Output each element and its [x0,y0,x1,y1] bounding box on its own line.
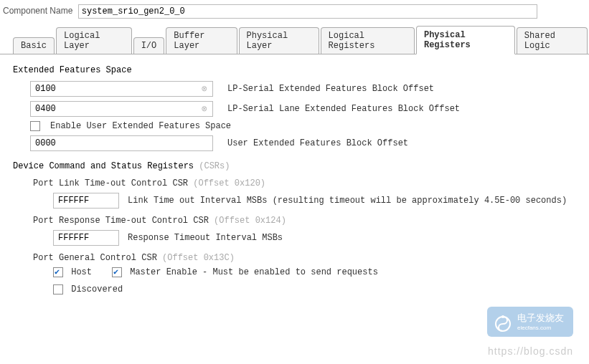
svg-rect-0 [487,307,573,337]
tab-physical-registers[interactable]: Physical Registers [416,26,515,54]
link-timeout-desc: Link Time out Interval MSBs (resulting t… [128,196,567,206]
physical-registers-pane: Extended Features Space ⊗ LP-Serial Exte… [0,54,589,309]
tab-basic[interactable]: Basic [13,37,55,54]
lp-serial-lane-offset-label: LP-Serial Lane Extended Features Block O… [227,104,460,114]
host-checkbox[interactable] [53,267,63,277]
response-timeout-desc: Response Timeout Interval MSBs [128,233,283,243]
link-timeout-input[interactable] [53,193,119,209]
port-link-csr-label: Port Link Time-out Control CSR (Offset 0… [33,178,576,188]
port-response-csr-label: Port Response Time-out Control CSR (Offs… [33,216,576,226]
port-general-csr-label: Port General Control CSR (Offset 0x13C) [33,253,576,263]
host-label: Host [71,267,92,277]
lp-serial-lane-offset-input[interactable] [30,101,213,117]
tab-io[interactable]: I/O [133,37,165,54]
svg-text:电子发烧友: 电子发烧友 [517,312,564,323]
lp-serial-offset-label: LP-Serial Extended Features Block Offset [227,84,434,94]
tab-bar: Basic Logical Layer I/O Buffer Layer Phy… [0,25,589,54]
enable-user-ext-checkbox[interactable] [30,121,40,131]
response-timeout-input[interactable] [53,230,119,246]
csrs-title: Device Command and Status Registers (CSR… [13,161,576,171]
enable-user-ext-label: Enable User Extended Features Space [50,121,231,131]
master-enable-label: Master Enable - Must be enabled to send … [130,267,378,277]
discovered-label: Discovered [71,284,123,294]
master-enable-checkbox[interactable] [112,267,122,277]
svg-point-2 [501,315,504,318]
tab-logical-registers[interactable]: Logical Registers [321,27,415,54]
component-name-input[interactable] [78,4,537,19]
user-ext-offset-input[interactable] [30,135,213,151]
svg-text:elecfans.com: elecfans.com [517,325,551,331]
watermark-logo: 电子发烧友 elecfans.com [487,307,573,337]
tab-shared-logic[interactable]: Shared Logic [517,27,588,54]
svg-point-1 [496,317,510,331]
component-name-label: Component Name [3,6,72,16]
tab-logical-layer[interactable]: Logical Layer [56,27,132,54]
watermark-url: https://blog.csdn [488,345,573,357]
user-ext-offset-label: User Extended Features Block Offset [227,138,408,148]
lp-serial-offset-input[interactable] [30,81,213,97]
tab-buffer-layer[interactable]: Buffer Layer [166,27,237,54]
tab-physical-layer[interactable]: Physical Layer [239,27,319,54]
discovered-checkbox[interactable] [53,284,63,294]
extended-features-title: Extended Features Space [13,65,576,75]
